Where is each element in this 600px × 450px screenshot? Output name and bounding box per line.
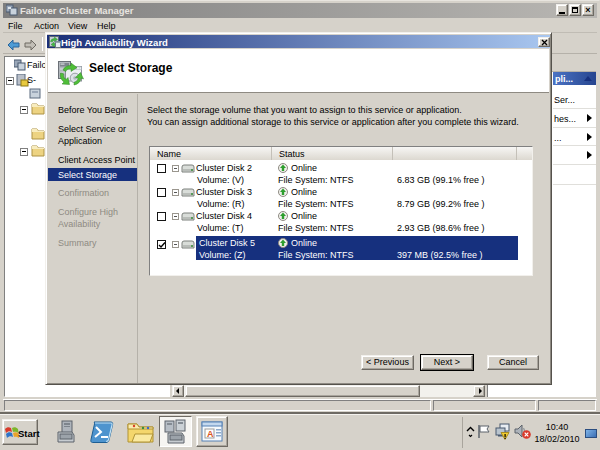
svg-text:A: A	[207, 429, 214, 439]
